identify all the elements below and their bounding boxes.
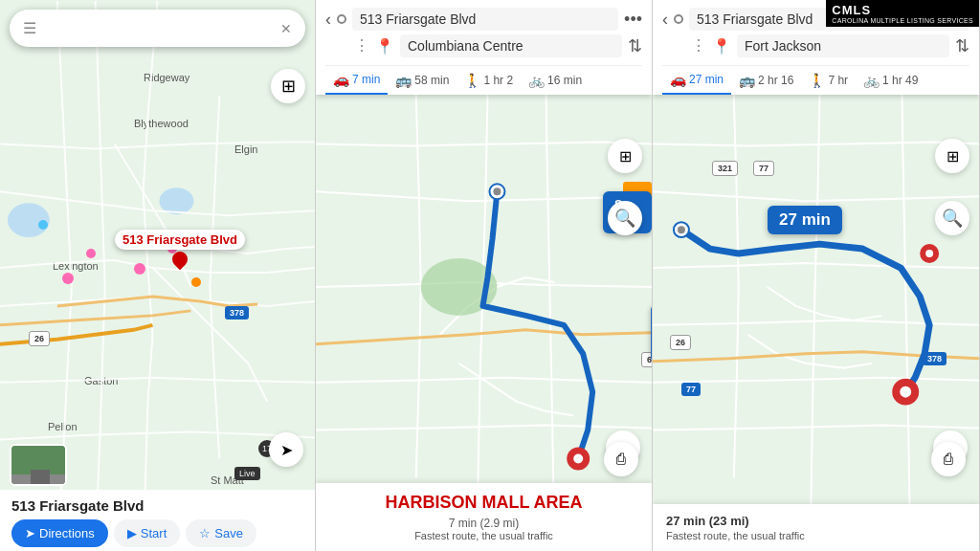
route-time-1: 7 min (2.9 mi) — [329, 517, 638, 530]
tab-walk-2[interactable]: 🚶 7 hr — [801, 66, 856, 95]
tab-walk-1[interactable]: 🚶 1 hr 2 — [457, 66, 521, 95]
panel3-bottom-bar: 27 min (23 mi) Fastest route, the usual … — [653, 504, 979, 551]
share-button-2[interactable]: ⎙ — [931, 442, 966, 476]
close-icon[interactable]: ✕ — [280, 21, 292, 36]
route-time-2: 27 min (23 mi) — [666, 514, 966, 528]
shield-26-p3: 26 — [670, 335, 691, 350]
layers-button-3[interactable]: ⊞ — [935, 139, 969, 173]
nearby-pin-5 — [62, 273, 74, 284]
street-view-thumbnail[interactable] — [10, 444, 67, 486]
navigate-button[interactable]: ➤ — [269, 432, 303, 467]
from-row: ‹ ••• — [325, 8, 642, 34]
shield-321: 321 — [712, 161, 738, 176]
svg-point-11 — [573, 453, 583, 463]
layers-button-2[interactable]: ⊞ — [608, 139, 642, 173]
pin-dot — [169, 249, 191, 271]
panel-directions-2: ‹ ⋮ 📍 ⇅ 🚗 27 min 🚌 2 hr 16 🚶 7 hr — [653, 0, 980, 551]
nearby-pin-1 — [86, 249, 96, 258]
start-icon: ▶ — [127, 526, 137, 540]
back-button-1[interactable]: ‹ — [325, 10, 331, 30]
to-row-2: ⋮ 📍 ⇅ — [662, 34, 969, 61]
panel-directions-1: ‹ ••• ⋮ 📍 ⇅ 🚗 7 min 🚌 58 min 🚶 1 hr — [316, 0, 653, 551]
directions-header-1: ‹ ••• ⋮ 📍 ⇅ 🚗 7 min 🚌 58 min 🚶 1 hr — [316, 0, 652, 95]
panel-map-main: ☰ 513 Friarsgate Blvd ✕ ⊞ 513 Friarsgate… — [0, 0, 316, 551]
tab-bike-2[interactable]: 🚲 1 hr 49 — [856, 66, 925, 95]
swap-button-2[interactable]: ⇅ — [955, 35, 969, 56]
svg-rect-4 — [31, 470, 50, 486]
route-dots: ⋮ — [354, 38, 368, 54]
to-field-2[interactable] — [737, 34, 949, 57]
svg-point-16 — [900, 386, 911, 398]
dest-pin-icon: 📍 — [375, 37, 394, 55]
route-sub-1: Fastest route, the usual traffic — [329, 530, 638, 541]
shield-77b: 77 — [753, 161, 774, 176]
save-button[interactable]: ☆ Save — [186, 519, 256, 547]
action-buttons: ➤ Directions ▶ Start ☆ Save — [11, 519, 303, 547]
shield-378-p3: 378 — [923, 352, 947, 365]
zoom-in-button-1[interactable]: 🔍 — [608, 201, 642, 235]
bike-icon-2: 🚲 — [863, 73, 880, 88]
dest-pin-icon-2: 📍 — [712, 37, 731, 55]
transport-tabs-1: 🚗 7 min 🚌 58 min 🚶 1 hr 2 🚲 16 min — [325, 65, 642, 95]
directions-icon: ➤ — [25, 526, 35, 540]
destination-name-1: HARBISON MALL AREA — [329, 493, 638, 513]
tab-transit-2[interactable]: 🚌 2 hr 16 — [731, 66, 801, 95]
nearby-pin-6 — [38, 220, 48, 230]
location-pin: 513 Friarsgate Blvd — [115, 230, 245, 269]
to-field-1[interactable] — [400, 34, 622, 57]
transport-tabs-2: 🚗 27 min 🚌 2 hr 16 🚶 7 hr 🚲 1 hr 49 — [662, 65, 969, 95]
bike-icon-1: 🚲 — [528, 73, 545, 88]
search-input[interactable]: 513 Friarsgate Blvd — [44, 20, 273, 36]
layers-button[interactable]: ⊞ — [271, 69, 305, 103]
from-field-1[interactable] — [352, 8, 618, 31]
pin-label: 513 Friarsgate Blvd — [115, 230, 245, 250]
origin-dot — [337, 14, 346, 24]
more-button-1[interactable]: ••• — [624, 10, 642, 30]
search-icon: ☰ — [23, 19, 36, 37]
drive-icon-1: 🚗 — [333, 72, 349, 87]
directions-button[interactable]: ➤ Directions — [11, 519, 108, 547]
zoom-in-button-2[interactable]: 🔍 — [935, 201, 969, 235]
tab-drive-1[interactable]: 🚗 7 min — [325, 66, 388, 95]
tab-transit-1[interactable]: 🚌 58 min — [388, 66, 457, 95]
save-icon: ☆ — [199, 526, 211, 540]
svg-point-14 — [678, 226, 685, 233]
route-sub-2: Fastest route, the usual traffic — [666, 530, 966, 541]
transit-icon-2: 🚌 — [739, 73, 755, 88]
tab-bike-1[interactable]: 🚲 16 min — [521, 66, 590, 95]
panel2-bottom-bar: HARBISON MALL AREA 7 min (2.9 mi) Fastes… — [316, 483, 652, 551]
time-badge-27min: 27 min — [768, 206, 842, 234]
origin-dot-2 — [674, 14, 683, 24]
shield-77: 77 — [681, 383, 701, 396]
live-badge: Live — [234, 467, 260, 480]
svg-point-18 — [925, 250, 933, 257]
transit-icon-1: 🚌 — [395, 73, 412, 88]
cmls-badge: CMLS CAROLINA MULTIPLE LISTING SERVICES — [826, 0, 979, 27]
drive-icon-2: 🚗 — [670, 72, 686, 87]
walk-icon-1: 🚶 — [464, 73, 480, 88]
walk-icon-2: 🚶 — [809, 73, 825, 88]
svg-point-9 — [493, 187, 501, 195]
location-title: 513 Friarsgate Blvd — [11, 497, 303, 514]
shield-26: 26 — [29, 331, 50, 346]
to-row: ⋮ 📍 ⇅ — [325, 34, 642, 61]
tab-drive-2[interactable]: 🚗 27 min — [662, 66, 731, 95]
route-dots-2: ⋮ — [691, 38, 704, 54]
nearby-pin-4 — [191, 277, 201, 287]
panel1-bottom-bar: 513 Friarsgate Blvd ➤ Directions ▶ Start… — [0, 490, 315, 551]
shield-378: 378 — [225, 306, 249, 320]
search-bar[interactable]: ☰ 513 Friarsgate Blvd ✕ — [10, 10, 305, 47]
start-button[interactable]: ▶ Start — [114, 519, 180, 547]
share-button-1[interactable]: ⎙ — [604, 442, 638, 476]
back-button-2[interactable]: ‹ — [662, 10, 668, 30]
swap-button-1[interactable]: ⇅ — [628, 35, 642, 56]
